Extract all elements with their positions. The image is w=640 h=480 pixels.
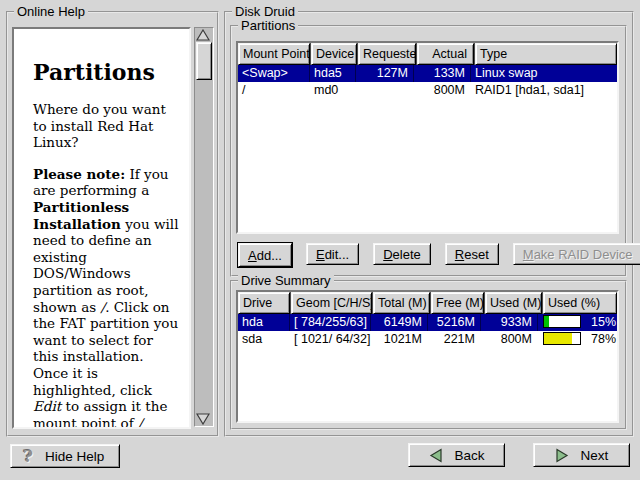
drive-summary-frame: Drive Summary DriveGeom [C/H/S]Total (M)… bbox=[230, 280, 627, 430]
drive-row[interactable]: hda[ 784/255/63]6149M5216M933M15% bbox=[238, 314, 617, 331]
cell-device: hda5 bbox=[310, 65, 356, 82]
cell-used-pct: 78% bbox=[538, 331, 617, 348]
cell-mount-point: <Swap> bbox=[238, 65, 310, 82]
cell-geometry: [ 1021/ 64/32] bbox=[290, 331, 371, 348]
hide-help-button[interactable]: ? Hide Help bbox=[10, 444, 120, 468]
help-scrollbar[interactable] bbox=[194, 27, 214, 427]
online-help-frame-label: Online Help bbox=[14, 4, 88, 19]
cell-drive: hda bbox=[238, 314, 290, 331]
next-button[interactable]: Next bbox=[533, 443, 630, 467]
column-header-free-m-[interactable]: Free (M) bbox=[431, 292, 484, 314]
cell-actual: 133M bbox=[414, 65, 471, 82]
disk-druid-frame: Disk Druid Partitions Mount PointDeviceR… bbox=[224, 11, 634, 437]
cell-geometry: [ 784/255/63] bbox=[290, 314, 371, 331]
help-content: Partitions Where do you want to install … bbox=[14, 29, 189, 429]
usage-bar bbox=[543, 315, 581, 328]
cell-requested: 127M bbox=[356, 65, 414, 82]
help-paragraph: Where do you want to install Red Hat Lin… bbox=[33, 101, 181, 151]
partitions-table-header: Mount PointDeviceRequestedActualType bbox=[238, 43, 617, 65]
column-header-drive[interactable]: Drive bbox=[238, 292, 290, 314]
drive-summary-table-header: DriveGeom [C/H/S]Total (M)Free (M)Used (… bbox=[238, 292, 617, 314]
column-header-used-m-[interactable]: Used (M) bbox=[485, 292, 542, 314]
column-header-total-m-[interactable]: Total (M) bbox=[373, 292, 430, 314]
column-header-device[interactable]: Device bbox=[311, 43, 357, 65]
back-button[interactable]: Back bbox=[408, 443, 505, 467]
arrow-left-icon bbox=[428, 448, 443, 463]
used-percent-label: 15% bbox=[591, 315, 616, 329]
drive-row[interactable]: sda[ 1021/ 64/32]1021M221M800M78% bbox=[238, 331, 617, 348]
drive-summary-frame-label: Drive Summary bbox=[238, 273, 334, 288]
partitions-frame: Partitions Mount PointDeviceRequestedAct… bbox=[230, 25, 627, 277]
cell-drive: sda bbox=[238, 331, 290, 348]
help-text-segment: Partitionless Installation bbox=[33, 199, 129, 232]
help-title: Partitions bbox=[33, 59, 181, 85]
help-text-segment: Please note: bbox=[33, 166, 125, 182]
used-percent-label: 78% bbox=[591, 332, 616, 346]
help-text-segment: / bbox=[138, 415, 143, 429]
help-text-viewport: Partitions Where do you want to install … bbox=[12, 27, 191, 429]
column-header-requested[interactable]: Requested bbox=[358, 43, 416, 65]
partitions-table: Mount PointDeviceRequestedActualType <Sw… bbox=[236, 41, 619, 234]
usage-bar-fill bbox=[544, 333, 572, 344]
help-paragraph: Please note: If you are performing a Par… bbox=[33, 166, 181, 429]
drive-summary-table: DriveGeom [C/H/S]Total (M)Free (M)Used (… bbox=[236, 290, 619, 423]
cell-device: md0 bbox=[310, 82, 356, 99]
help-text-segment: Edit bbox=[33, 398, 61, 414]
scroll-down-icon[interactable] bbox=[196, 413, 210, 425]
next-label: Next bbox=[581, 448, 609, 463]
arrow-right-icon bbox=[555, 448, 570, 463]
partitions-table-body: <Swap>hda5127M133MLinux swap/md0800MRAID… bbox=[238, 65, 617, 232]
cell-type: Linux swap bbox=[471, 65, 617, 82]
question-mark-icon: ? bbox=[23, 448, 33, 465]
delete-button[interactable]: Delete bbox=[373, 243, 431, 265]
cell-actual: 800M bbox=[414, 82, 471, 99]
scroll-up-icon[interactable] bbox=[196, 29, 210, 41]
cell-free: 221M bbox=[428, 331, 481, 348]
online-help-frame: Online Help Partitions Where do you want… bbox=[6, 11, 219, 437]
cell-used-m: 933M bbox=[481, 314, 538, 331]
help-paragraphs: Where do you want to install Red Hat Lin… bbox=[33, 101, 181, 429]
cell-mount-point: / bbox=[238, 82, 310, 99]
partitions-frame-label: Partitions bbox=[238, 18, 298, 33]
partition-buttons: Add...Edit...DeleteResetMake RAID Device bbox=[238, 243, 640, 267]
add--button[interactable]: Add... bbox=[238, 243, 292, 267]
cell-requested bbox=[356, 82, 414, 99]
usage-bar-fill bbox=[544, 316, 549, 327]
partition-row[interactable]: /md0800MRAID1 [hda1, sda1] bbox=[238, 82, 617, 99]
disk-druid-frame-label: Disk Druid bbox=[232, 4, 298, 19]
column-header-actual[interactable]: Actual bbox=[417, 43, 474, 65]
column-header-type[interactable]: Type bbox=[475, 43, 617, 65]
cell-total: 1021M bbox=[371, 331, 428, 348]
cell-total: 6149M bbox=[371, 314, 428, 331]
help-text-segment: Where do you want to install Red Hat Lin… bbox=[33, 101, 166, 150]
cell-free: 5216M bbox=[428, 314, 481, 331]
reset-button[interactable]: Reset bbox=[445, 243, 499, 265]
drive-summary-table-body: hda[ 784/255/63]6149M5216M933M15%sda[ 10… bbox=[238, 314, 617, 421]
edit--button[interactable]: Edit... bbox=[306, 243, 359, 265]
cell-type: RAID1 [hda1, sda1] bbox=[471, 82, 617, 99]
back-label: Back bbox=[454, 448, 484, 463]
hide-help-label: Hide Help bbox=[45, 449, 104, 464]
scrollbar-thumb[interactable] bbox=[196, 42, 212, 80]
installer-screen: { "colors": { "background": "#d6d6d6", "… bbox=[0, 0, 640, 480]
column-header-geom-c-h-s-[interactable]: Geom [C/H/S] bbox=[291, 292, 372, 314]
make-raid-device-button[interactable]: Make RAID Device bbox=[513, 243, 640, 265]
column-header-mount-point[interactable]: Mount Point bbox=[238, 43, 310, 65]
partition-row[interactable]: <Swap>hda5127M133MLinux swap bbox=[238, 65, 617, 82]
column-header-used-[interactable]: Used (%) bbox=[543, 292, 617, 314]
cell-used-pct: 15% bbox=[538, 314, 617, 331]
cell-used-m: 800M bbox=[481, 331, 538, 348]
usage-bar bbox=[543, 332, 581, 345]
